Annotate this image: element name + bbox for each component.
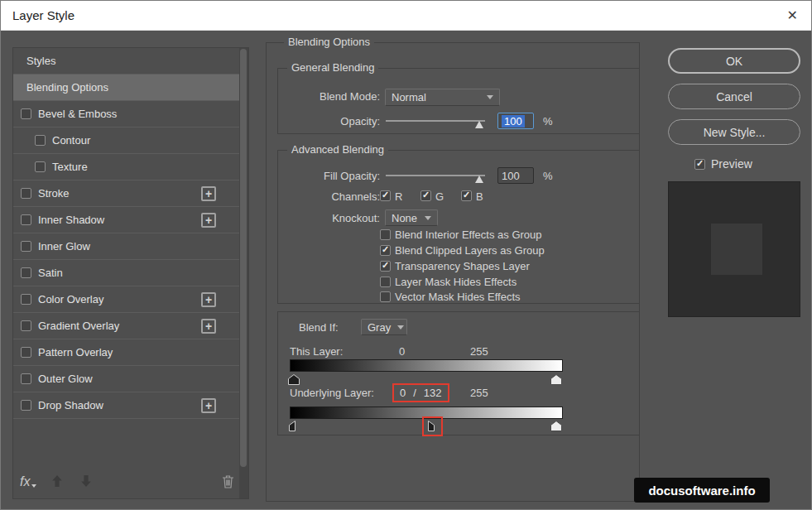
- underlying-layer-label: Underlying Layer:: [290, 387, 374, 399]
- vector-mask-hides-effects-option[interactable]: Vector Mask Hides Effects: [380, 291, 521, 303]
- sidebar-item-blending-options[interactable]: Blending Options: [13, 75, 239, 101]
- gradient-overlay-checkbox[interactable]: [21, 320, 31, 331]
- opacity-input[interactable]: 100: [497, 113, 534, 129]
- sidebar-item-label: Satin: [38, 267, 63, 279]
- inner-shadow-checkbox[interactable]: [21, 214, 31, 225]
- add-drop-shadow-button[interactable]: +: [201, 398, 216, 413]
- underlying-shadow-slider-left-half[interactable]: [289, 420, 295, 431]
- sidebar-item-stroke[interactable]: Stroke +: [13, 180, 239, 207]
- color-overlay-checkbox[interactable]: [21, 294, 31, 305]
- chevron-down-icon: [397, 325, 404, 330]
- blend-clipped-layers-checkbox[interactable]: ✓: [380, 245, 391, 256]
- sidebar-footer: fx: [20, 474, 235, 493]
- channel-g-checkbox[interactable]: ✓: [420, 190, 431, 201]
- underlying-split-value: 132: [424, 387, 442, 399]
- stroke-checkbox[interactable]: [21, 188, 31, 199]
- transparency-shapes-layer-option[interactable]: ✓ Transparency Shapes Layer: [380, 260, 530, 272]
- underlying-highlight-slider[interactable]: [550, 420, 562, 431]
- sidebar-item-outer-glow[interactable]: Outer Glow: [13, 366, 239, 392]
- channel-r-checkbox[interactable]: ✓: [380, 190, 391, 201]
- opacity-slider-handle[interactable]: [475, 121, 483, 128]
- move-effect-down-button[interactable]: [80, 475, 94, 490]
- contour-checkbox[interactable]: [35, 135, 46, 146]
- drop-shadow-checkbox[interactable]: [21, 400, 31, 411]
- option-label: Transparency Shapes Layer: [395, 260, 530, 272]
- cancel-button[interactable]: Cancel: [668, 84, 800, 109]
- sidebar-item-texture[interactable]: Texture: [13, 154, 239, 180]
- plus-icon: +: [205, 188, 212, 200]
- sidebar-item-satin[interactable]: Satin: [13, 260, 239, 286]
- new-style-button[interactable]: New Style...: [668, 119, 800, 145]
- scrollbar-thumb[interactable]: [240, 49, 247, 467]
- this-layer-shadow-slider[interactable]: [288, 373, 300, 384]
- outer-glow-checkbox[interactable]: [21, 373, 31, 384]
- vector-mask-hides-effects-checkbox[interactable]: [380, 291, 391, 302]
- satin-checkbox[interactable]: [21, 267, 31, 278]
- fill-opacity-label: Fill Opacity:: [278, 170, 380, 182]
- transparency-shapes-layer-checkbox[interactable]: ✓: [380, 261, 391, 272]
- preview-checkbox[interactable]: ✓: [694, 159, 705, 170]
- chevron-down-icon: [487, 95, 493, 99]
- preview-toggle[interactable]: ✓ Preview: [694, 157, 752, 171]
- add-gradient-overlay-button[interactable]: +: [201, 319, 216, 334]
- sidebar-item-label: Color Overlay: [38, 293, 103, 306]
- add-color-overlay-button[interactable]: +: [201, 292, 216, 307]
- preview-label: Preview: [711, 157, 752, 171]
- close-icon[interactable]: ✕: [787, 7, 798, 23]
- ok-button[interactable]: OK: [668, 48, 800, 74]
- advanced-blending-legend: Advanced Blending: [287, 143, 388, 156]
- knockout-dropdown[interactable]: None: [385, 209, 438, 226]
- sidebar-item-contour[interactable]: Contour: [13, 128, 239, 154]
- move-effect-up-button[interactable]: [51, 475, 65, 490]
- blend-clipped-layers-option[interactable]: ✓ Blend Clipped Layers as Group: [380, 244, 545, 257]
- blend-mode-dropdown[interactable]: Normal: [385, 89, 500, 106]
- layer-mask-hides-effects-checkbox[interactable]: [380, 277, 391, 287]
- blend-interior-effects-checkbox[interactable]: [380, 229, 391, 240]
- sidebar-item-gradient-overlay[interactable]: Gradient Overlay +: [13, 313, 239, 339]
- layer-style-dialog: Layer Style ✕ Styles Blending Options Be…: [0, 0, 812, 510]
- inner-glow-checkbox[interactable]: [21, 241, 31, 252]
- sidebar-item-label: Outer Glow: [38, 373, 93, 385]
- slider-handle-dark-icon: [288, 374, 300, 385]
- this-layer-gradient-bar: [290, 359, 563, 372]
- fill-opacity-input[interactable]: 100: [497, 167, 534, 184]
- layer-mask-hides-effects-option[interactable]: Layer Mask Hides Effects: [380, 276, 517, 288]
- arrow-down-icon: [80, 475, 92, 487]
- sidebar-item-styles[interactable]: Styles: [13, 48, 239, 75]
- channel-b-checkbox[interactable]: ✓: [461, 190, 472, 201]
- sidebar-item-label: Stroke: [38, 187, 70, 200]
- this-layer-highlight-slider[interactable]: [550, 373, 562, 384]
- this-layer-max-value: 255: [470, 345, 488, 358]
- bevel-emboss-checkbox[interactable]: [21, 108, 31, 119]
- underlying-separator: /: [413, 387, 416, 399]
- add-inner-shadow-button[interactable]: +: [201, 213, 216, 228]
- blend-interior-effects-option[interactable]: Blend Interior Effects as Group: [380, 229, 542, 241]
- delete-effect-button[interactable]: [222, 474, 235, 489]
- slider-handle-half-left-icon: [289, 421, 295, 431]
- underlying-max-value: 255: [470, 387, 488, 399]
- fill-opacity-slider[interactable]: [386, 167, 485, 184]
- sidebar-item-color-overlay[interactable]: Color Overlay +: [13, 286, 239, 313]
- pattern-overlay-checkbox[interactable]: [21, 347, 31, 358]
- blend-if-group: Blend If: Gray This Layer: 0 255 Underly…: [277, 311, 640, 435]
- add-stroke-button[interactable]: +: [201, 186, 216, 201]
- sidebar-item-pattern-overlay[interactable]: Pattern Overlay: [13, 339, 239, 366]
- underlying-values-annotation: 0 / 132: [392, 383, 449, 402]
- underlying-shadow-slider-right-half[interactable]: [428, 420, 435, 431]
- opacity-slider[interactable]: [386, 113, 485, 129]
- sidebar-item-label: Texture: [52, 161, 88, 173]
- blend-if-dropdown[interactable]: Gray: [361, 319, 407, 335]
- sidebar-scrollbar[interactable]: [239, 48, 248, 498]
- option-label: Blend Interior Effects as Group: [395, 229, 542, 241]
- sidebar-item-inner-glow[interactable]: Inner Glow: [13, 233, 239, 260]
- sidebar-item-inner-shadow[interactable]: Inner Shadow +: [13, 207, 239, 233]
- sidebar-item-drop-shadow[interactable]: Drop Shadow +: [13, 392, 239, 419]
- sidebar-item-bevel-emboss[interactable]: Bevel & Emboss: [13, 101, 239, 128]
- fill-opacity-slider-handle[interactable]: [475, 176, 483, 183]
- option-label: Vector Mask Hides Effects: [395, 291, 521, 303]
- fx-icon[interactable]: fx: [20, 474, 36, 489]
- texture-checkbox[interactable]: [35, 161, 46, 172]
- blend-mode-label: Blend Mode:: [278, 90, 380, 103]
- sidebar-item-label: Inner Glow: [38, 240, 90, 253]
- check-mark: ✓: [381, 190, 390, 200]
